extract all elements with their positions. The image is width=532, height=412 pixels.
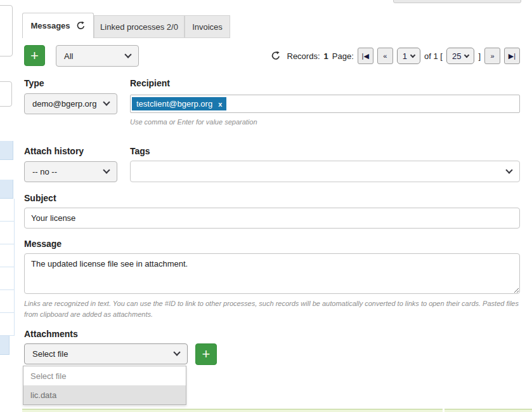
tags-label: Tags [130, 146, 150, 156]
page-number-value: 1 [403, 51, 407, 61]
add-message-button[interactable]: + [24, 45, 45, 66]
message-hint: Links are recognized in text. You can us… [24, 298, 521, 320]
refresh-icon[interactable] [76, 21, 86, 30]
page-size-select[interactable]: 25 [446, 48, 474, 64]
type-value: demo@bgerp.org [32, 99, 96, 109]
left-table-row [0, 267, 15, 290]
page-size-value: 25 [452, 51, 461, 61]
tab-invoices[interactable]: Invoices [185, 15, 230, 38]
highlighted-row-partial [22, 409, 443, 412]
chevron-down-icon [410, 52, 415, 57]
message-filter-select[interactable]: All [56, 45, 139, 67]
tags-select[interactable] [130, 161, 520, 182]
chevron-down-icon [103, 166, 110, 173]
plus-icon: + [30, 49, 39, 63]
left-partial-panel [0, 5, 13, 56]
left-table-row [0, 244, 15, 267]
add-attachment-button[interactable]: + [195, 343, 217, 365]
chevron-down-icon [173, 349, 180, 356]
tab-linked-processes-label: Linked processes 2/0 [100, 22, 178, 32]
chevron-down-icon [464, 52, 469, 57]
attachments-dropdown-list: Select file lic.data [23, 366, 186, 405]
type-select[interactable]: demo@bgerp.org [24, 93, 117, 114]
subject-label: Subject [24, 193, 56, 203]
attach-history-value: -- no -- [32, 167, 57, 176]
records-label: Records: [287, 51, 320, 61]
chevron-down-icon [103, 98, 110, 105]
tab-linked-processes[interactable]: Linked processes 2/0 [94, 15, 185, 38]
page-label: Page: [332, 51, 354, 61]
recipient-label: Recipient [130, 78, 170, 88]
left-table-row [0, 222, 15, 244]
left-table-cell [0, 180, 13, 199]
bracket-close-label: ] [478, 51, 481, 61]
records-count: 1 [324, 51, 328, 61]
tab-messages-label: Messages [30, 21, 70, 30]
attachment-option-select-file[interactable]: Select file [23, 366, 186, 385]
left-table-cell [0, 141, 13, 160]
left-partial-box [0, 81, 12, 107]
attachments-label: Attachments [24, 329, 78, 339]
attachment-option-lic-data[interactable]: lic.data [23, 385, 186, 404]
chevron-down-icon [124, 51, 131, 58]
subject-input[interactable] [24, 208, 520, 229]
pagination-bar: Records: 1 Page: |◀ « 1 of 1 [ 25 ] » ▶| [271, 46, 521, 65]
recipient-hint: Use comma or Enter for value separation [130, 117, 257, 128]
tab-messages[interactable]: Messages [22, 13, 94, 38]
left-table-row [0, 290, 15, 313]
last-page-button[interactable]: ▶| [504, 48, 520, 64]
refresh-records-icon[interactable] [271, 51, 281, 61]
left-table-row [0, 199, 15, 222]
recipient-input[interactable]: testclient@bgerp.org x [130, 95, 520, 113]
chevron-down-icon [505, 166, 512, 173]
type-label: Type [24, 78, 44, 88]
top-right-partial-button[interactable] [393, 0, 521, 3]
highlighted-row-partial [444, 409, 532, 412]
attach-history-select[interactable]: -- no -- [24, 161, 117, 182]
attachments-file-select[interactable]: Select file [24, 343, 188, 364]
tab-invoices-label: Invoices [192, 22, 223, 32]
first-page-button[interactable]: |◀ [358, 48, 373, 64]
chip-remove-icon[interactable]: x [218, 100, 222, 108]
page: Messages Linked processes 2/0 Invoices +… [0, 0, 532, 412]
left-table-cell [0, 336, 10, 355]
plus-icon: + [202, 347, 211, 361]
message-filter-value: All [64, 51, 73, 61]
attach-history-label: Attach history [24, 146, 84, 156]
page-number-select[interactable]: 1 [397, 48, 420, 64]
next-page-button[interactable]: » [484, 48, 500, 64]
recipient-chip-value: testclient@bgerp.org [136, 99, 212, 109]
attachments-file-value: Select file [32, 349, 68, 359]
message-label: Message [24, 239, 62, 249]
message-textarea[interactable]: The updated license file see in attachme… [24, 253, 520, 294]
recipient-chip: testclient@bgerp.org x [132, 97, 226, 110]
page-of-label: of 1 [ [424, 51, 443, 61]
prev-page-button[interactable]: « [377, 48, 393, 64]
left-table-row [0, 313, 15, 336]
